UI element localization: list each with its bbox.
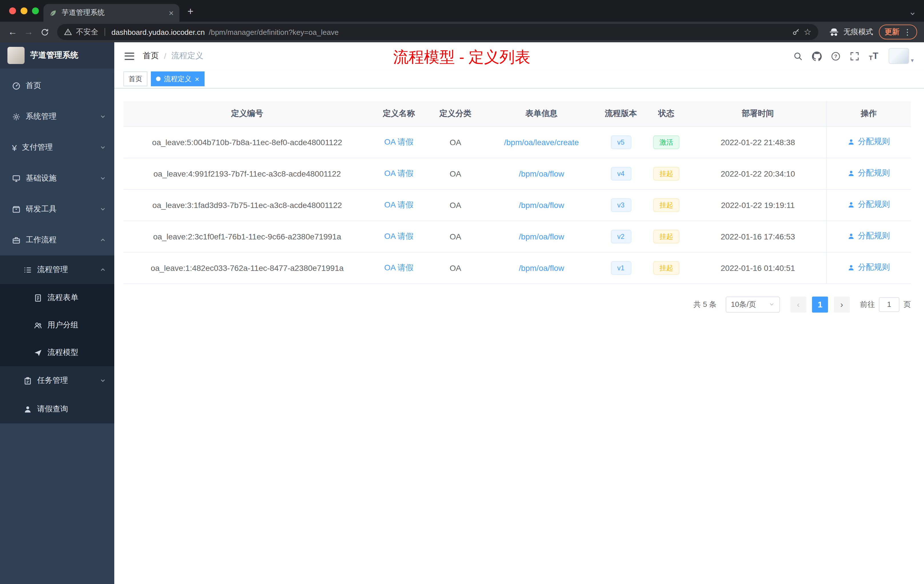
github-icon[interactable]	[812, 51, 822, 61]
search-icon[interactable]	[794, 51, 803, 61]
update-label: 更新	[884, 27, 899, 37]
cell-category: OA	[427, 252, 484, 284]
sidebar-item-leave-query[interactable]: 请假查询	[0, 395, 114, 424]
security-label[interactable]: 不安全	[76, 27, 98, 37]
person-icon	[848, 138, 855, 146]
chevron-down-icon	[99, 175, 106, 182]
font-size-icon[interactable]: TT	[869, 51, 878, 61]
tag-process-definition[interactable]: 流程定义 ×	[151, 71, 204, 86]
assign-rule-link[interactable]: 分配规则	[848, 137, 890, 147]
tab-strip: 芋道管理系统 × +	[0, 0, 924, 22]
sidebar-item-home[interactable]: 首页	[0, 70, 114, 101]
cell-definition-id: oa_leave:3:1fad3d93-7b75-11ec-a3c8-acde4…	[124, 189, 371, 221]
address-bar[interactable]: 不安全 dashboard.yudao.iocoder.cn /bpm/mana…	[57, 24, 818, 40]
user-menu[interactable]: ▾	[889, 48, 914, 64]
sidebar: 芋道管理系统 首页 系统管理 ¥ 支付管理	[0, 42, 114, 584]
person-icon	[848, 233, 855, 240]
back-button[interactable]: ←	[5, 24, 21, 40]
tab-close-icon[interactable]: ×	[168, 8, 174, 17]
assign-rule-link[interactable]: 分配规则	[848, 168, 890, 178]
key-icon[interactable]	[792, 28, 800, 36]
sidebar-item-label: 系统管理	[26, 111, 56, 122]
clipboard-icon	[23, 376, 32, 385]
url-path: /bpm/manager/definition?key=oa_leave	[209, 28, 788, 36]
close-window-button[interactable]	[9, 7, 16, 14]
forward-button[interactable]: →	[21, 24, 36, 40]
sidebar-item-infrastructure[interactable]: 基础设施	[0, 163, 114, 194]
tag-home[interactable]: 首页	[124, 71, 147, 86]
fullscreen-icon[interactable]	[850, 51, 860, 61]
form-info-link[interactable]: /bpm/oa/flow	[519, 200, 564, 210]
chevron-down-icon	[769, 301, 775, 307]
cell-deploy-time: 2022-01-16 01:40:51	[690, 252, 826, 284]
chrome-update-button[interactable]: 更新 ⋮	[879, 25, 917, 40]
sidebar-item-process-management[interactable]: 流程管理	[0, 256, 114, 284]
cell-category: OA	[427, 221, 484, 252]
table-row: oa_leave:2:3c1f0ef1-76b1-11ec-9c66-a2380…	[124, 221, 911, 252]
sidebar-item-label: 首页	[26, 81, 41, 91]
tag-close-icon[interactable]: ×	[195, 75, 199, 82]
breadcrumb-home[interactable]: 首页	[143, 51, 159, 61]
pagination-total: 共 5 条	[693, 299, 716, 309]
sidebar-item-process-model[interactable]: 流程模型	[0, 339, 114, 366]
sidebar-item-task-management[interactable]: 任务管理	[0, 366, 114, 395]
cell-deploy-time: 2022-01-22 19:19:11	[690, 189, 826, 221]
assign-rule-link[interactable]: 分配规则	[848, 231, 890, 241]
tags-view-bar: 首页 流程定义 ×	[114, 70, 924, 89]
table-row: oa_leave:1:482ec033-762a-11ec-8477-a2380…	[124, 252, 911, 284]
form-info-link[interactable]: /bpm/oa/leave/create	[504, 137, 579, 147]
new-tab-button[interactable]: +	[187, 6, 193, 18]
table-header-row: 定义编号 定义名称 定义分类 表单信息 流程版本 状态 部署时间 操作	[124, 101, 911, 126]
assign-rule-link[interactable]: 分配规则	[848, 262, 890, 273]
definition-name-link[interactable]: OA 请假	[384, 168, 414, 177]
column-header: 流程版本	[599, 101, 643, 126]
active-dot	[156, 77, 160, 81]
help-icon[interactable]: ?	[831, 51, 841, 61]
briefcase-icon	[12, 236, 21, 244]
column-header: 操作	[826, 101, 911, 126]
sidebar-item-label: 流程表单	[48, 292, 78, 303]
cell-category: OA	[427, 126, 484, 158]
breadcrumb-current: 流程定义	[172, 51, 203, 61]
form-info-link[interactable]: /bpm/oa/flow	[519, 169, 564, 178]
page-size-select[interactable]: 10条/页	[726, 296, 780, 312]
reload-button[interactable]	[36, 24, 53, 40]
zoom-window-button[interactable]	[32, 7, 39, 14]
definition-name-link[interactable]: OA 请假	[384, 137, 414, 146]
page-number-button[interactable]: 1	[812, 296, 828, 312]
sidebar-item-payment-management[interactable]: ¥ 支付管理	[0, 132, 114, 163]
definition-name-link[interactable]: OA 请假	[384, 262, 414, 272]
bookmark-star-icon[interactable]: ☆	[804, 27, 812, 37]
sidebar-item-dev-tools[interactable]: 研发工具	[0, 194, 114, 224]
incognito-label: 无痕模式	[843, 27, 873, 37]
page-size-value: 10条/页	[731, 299, 756, 309]
version-tag: v1	[610, 261, 631, 275]
tag-label: 首页	[129, 74, 142, 84]
status-badge: 挂起	[653, 198, 680, 212]
next-page-button[interactable]: ›	[834, 296, 850, 312]
sidebar-item-label: 流程模型	[48, 347, 78, 358]
list-icon	[23, 266, 32, 274]
browser-tab[interactable]: 芋道管理系统 ×	[43, 4, 180, 22]
minimize-window-button[interactable]	[21, 7, 27, 14]
form-info-link[interactable]: /bpm/oa/flow	[519, 263, 564, 272]
sidebar-item-system-management[interactable]: 系统管理	[0, 101, 114, 132]
version-tag: v5	[610, 135, 631, 149]
sidebar-item-user-group[interactable]: 用户分组	[0, 312, 114, 339]
tag-label: 流程定义	[164, 74, 191, 84]
hamburger-icon[interactable]	[125, 52, 134, 60]
page-annotation-title: 流程模型 - 定义列表	[393, 47, 530, 68]
form-info-link[interactable]: /bpm/oa/flow	[519, 232, 564, 241]
table-row: oa_leave:5:004b710b-7b8a-11ec-8ef0-acde4…	[124, 126, 911, 158]
yen-icon: ¥	[12, 143, 17, 152]
more-menu-icon[interactable]: ⋮	[903, 27, 911, 36]
document-icon	[34, 294, 42, 302]
sidebar-item-workflow[interactable]: 工作流程	[0, 224, 114, 256]
definition-name-link[interactable]: OA 请假	[384, 200, 414, 209]
assign-rule-link[interactable]: 分配规则	[848, 200, 890, 210]
goto-page-input[interactable]	[879, 297, 899, 312]
tab-search-chevron-icon[interactable]	[909, 10, 916, 17]
sidebar-item-process-form[interactable]: 流程表单	[0, 284, 114, 312]
definition-name-link[interactable]: OA 请假	[384, 231, 414, 240]
prev-page-button[interactable]: ‹	[790, 296, 806, 312]
